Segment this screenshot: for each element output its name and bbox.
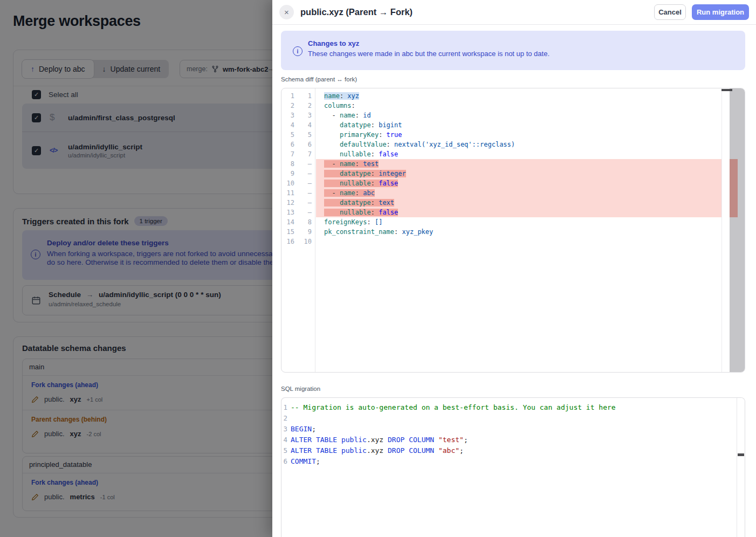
schema-diff-editor[interactable]: 11name: xyz22columns:33 - name: id44 dat… (281, 88, 745, 373)
sql-line: 6COMMIT; (281, 456, 737, 467)
sql-line: 5ALTER TABLE public.xyz DROP COLUMN "abc… (281, 445, 737, 456)
diff-line: 159pk_constraint_name: xyz_pkey (281, 227, 745, 237)
diff-line: 13– nullable: false (281, 208, 745, 217)
sql-migration-editor[interactable]: 1-- Migration is auto-generated on a bes… (281, 397, 745, 537)
cancel-button[interactable]: Cancel (654, 4, 686, 20)
diff-line: 9– datatype: integer (281, 169, 745, 178)
sql-migration-label: SQL migration (281, 385, 320, 392)
info-icon: i (293, 46, 303, 56)
diff-line: 10– nullable: false (281, 178, 745, 188)
diff-scrollbar[interactable] (730, 88, 745, 372)
migration-drawer: × public.xyz (Parent → Fork) Cancel Run … (272, 0, 756, 537)
diff-line: 77 nullable: false (281, 149, 745, 159)
close-icon[interactable]: × (279, 5, 294, 19)
diff-line: 148foreignKeys: [] (281, 217, 745, 227)
diff-code[interactable]: 11name: xyz22columns:33 - name: id44 dat… (281, 91, 745, 246)
diff-deleted-marker (730, 159, 738, 217)
schema-diff-label: Schema diff (parent ↔ fork) (281, 76, 357, 82)
diff-line: 66 defaultValue: nextval('xyz_id_seq'::r… (281, 140, 745, 149)
diff-cursor-marker (721, 89, 732, 91)
diff-line: 11name: xyz (281, 91, 745, 101)
sql-line: 2 (281, 413, 737, 424)
sql-scrollbar-track[interactable] (737, 398, 745, 537)
diff-line: 55 primaryKey: true (281, 130, 745, 140)
drawer-header: × public.xyz (Parent → Fork) Cancel Run … (272, 0, 756, 25)
banner-body: These changes were made in abc but the c… (308, 50, 549, 58)
diff-line: 12– datatype: text (281, 198, 745, 208)
sql-scrollbar-thumb[interactable] (738, 453, 744, 456)
banner-title: Changes to xyz (308, 39, 359, 47)
changes-banner: i Changes to xyz These changes were made… (281, 31, 745, 70)
screen: Merge workspaces ↑ Deploy to abc ↓ Updat… (0, 0, 756, 537)
diff-line: 22columns: (281, 101, 745, 111)
sql-line: 1-- Migration is auto-generated on a bes… (281, 402, 737, 413)
run-migration-button[interactable]: Run migration (692, 4, 749, 20)
diff-overview-track (721, 88, 730, 372)
diff-line: 11– - name: abc (281, 188, 745, 198)
diff-line: 8– - name: test (281, 159, 745, 169)
sql-code[interactable]: 1-- Migration is auto-generated on a bes… (281, 402, 737, 467)
diff-line: 1610 (281, 237, 745, 246)
sql-line: 4ALTER TABLE public.xyz DROP COLUMN "tes… (281, 435, 737, 445)
diff-line: 33 - name: id (281, 111, 745, 120)
diff-line: 44 datatype: bigint (281, 120, 745, 130)
drawer-title: public.xyz (Parent → Fork) (300, 0, 413, 24)
sql-line: 3BEGIN; (281, 424, 737, 435)
